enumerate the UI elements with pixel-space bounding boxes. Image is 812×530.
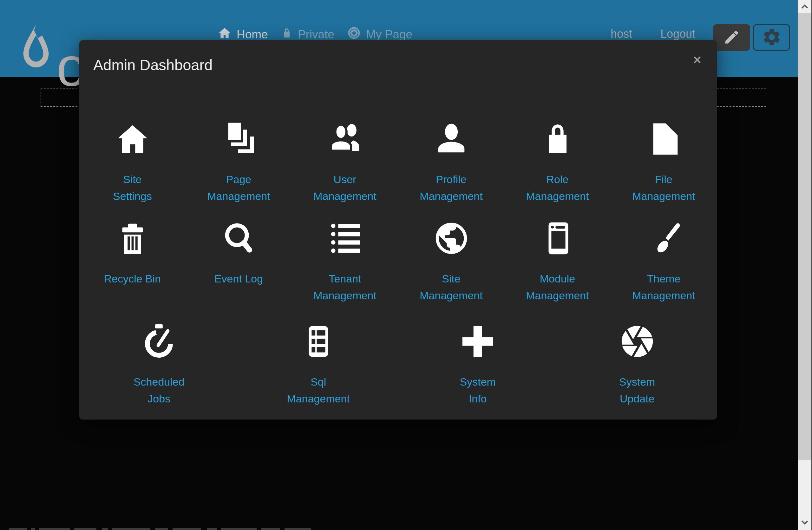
close-icon: ✕ [693, 54, 702, 66]
tile-label: Role Management [526, 171, 589, 205]
pencil-icon [723, 29, 740, 47]
logout-link[interactable]: Logout [661, 27, 695, 41]
admin-tile-profile-management[interactable]: Profile Management [398, 120, 504, 219]
tile-label: System Update [619, 374, 655, 407]
admin-tile-page-management[interactable]: Page Management [186, 120, 292, 219]
admin-tile-module-management[interactable]: Module Management [504, 219, 611, 322]
scroll-up-button[interactable] [798, 0, 811, 13]
tile-row-2: Recycle BinEvent LogTenant ManagementSit… [79, 219, 717, 322]
person-icon [432, 120, 471, 158]
close-button[interactable]: ✕ [690, 53, 704, 67]
tile-label: System Info [460, 374, 496, 407]
scroll-down-button[interactable] [798, 517, 811, 529]
settings-button[interactable] [753, 24, 790, 51]
admin-tile-user-management[interactable]: User Management [292, 120, 398, 219]
admin-tile-site-settings[interactable]: Site Settings [79, 120, 186, 219]
list-icon [326, 219, 364, 258]
admin-tile-recycle-bin[interactable]: Recycle Bin [79, 219, 186, 322]
tile-label: Profile Management [420, 171, 482, 205]
table-icon [299, 322, 338, 361]
admin-tile-sql-management[interactable]: Sql Management [239, 322, 398, 407]
admin-tile-scheduled-jobs[interactable]: Scheduled Jobs [79, 322, 239, 407]
tile-label: Event Log [214, 270, 263, 287]
tile-label: File Management [632, 171, 695, 205]
modal-title: Admin Dashboard [93, 56, 213, 74]
timer-icon [140, 322, 178, 361]
edit-button[interactable] [713, 24, 750, 51]
tile-row-1: Site SettingsPage ManagementUser Managem… [79, 120, 717, 219]
file-icon [644, 120, 683, 158]
admin-dashboard-modal: Admin Dashboard ✕ Site SettingsPage Mana… [79, 40, 717, 419]
tile-label: User Management [314, 171, 376, 205]
chevron-up-icon [801, 3, 809, 11]
admin-tile-system-info[interactable]: System Info [398, 322, 557, 407]
clipped-bottom-text [9, 528, 421, 530]
tile-label: Scheduled Jobs [133, 374, 185, 407]
admin-tile-tenant-management[interactable]: Tenant Management [292, 219, 398, 322]
admin-tile-theme-management[interactable]: Theme Management [611, 219, 717, 322]
tile-label: Site Settings [113, 171, 152, 205]
users-icon [326, 120, 364, 158]
admin-tile-event-log[interactable]: Event Log [186, 219, 292, 322]
tile-label: Site Management [420, 270, 482, 304]
tile-label: Sql Management [287, 374, 350, 407]
admin-tile-system-update[interactable]: System Update [557, 322, 717, 407]
user-link[interactable]: host [611, 27, 632, 41]
globe-icon [432, 219, 471, 258]
shutter-icon [618, 322, 656, 361]
window-icon [538, 219, 577, 258]
tile-label: Theme Management [632, 270, 695, 304]
brush-icon [644, 219, 683, 258]
gear-icon [762, 27, 782, 48]
home-icon [113, 120, 152, 158]
tile-label: Recycle Bin [104, 270, 161, 287]
admin-tile-grid: Site SettingsPage ManagementUser Managem… [79, 120, 717, 407]
lock-icon [538, 120, 577, 158]
admin-tile-file-management[interactable]: File Management [611, 120, 717, 219]
pages-icon [219, 120, 258, 158]
chevron-down-icon [801, 519, 809, 527]
tile-label: Tenant Management [314, 270, 376, 304]
tile-label: Module Management [526, 270, 589, 304]
search-icon [219, 219, 258, 258]
plus-icon [458, 322, 497, 361]
vertical-scrollbar[interactable] [798, 0, 812, 530]
modal-header: Admin Dashboard ✕ [79, 40, 717, 94]
scrollbar-thumb[interactable] [798, 13, 811, 460]
trash-icon [113, 219, 152, 258]
tile-label: Page Management [207, 171, 270, 205]
tile-row-3: Scheduled JobsSql ManagementSystem InfoS… [79, 322, 717, 407]
admin-tile-role-management[interactable]: Role Management [504, 120, 611, 219]
admin-tile-site-management[interactable]: Site Management [398, 219, 504, 322]
